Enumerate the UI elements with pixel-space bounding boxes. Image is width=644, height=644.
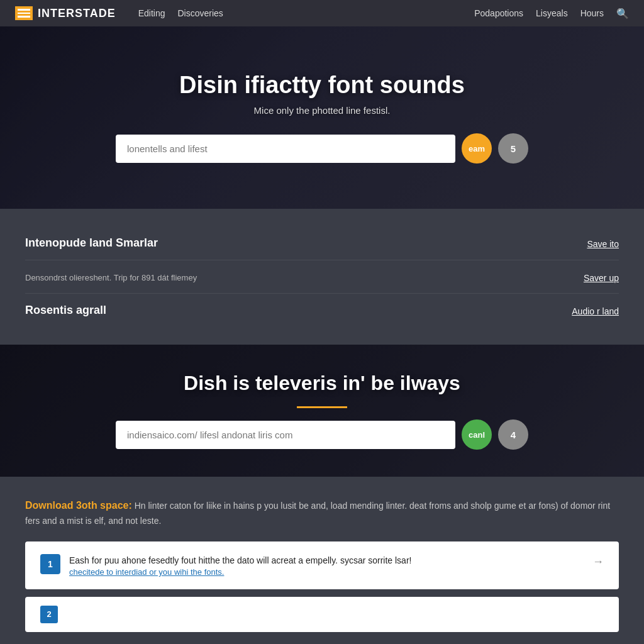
download-card-1: 2	[25, 597, 619, 632]
nav-logo: INTERSTADE	[15, 6, 116, 20]
download-card-0: 1 Eash for puu ahone fesedtly fout hitth…	[25, 541, 619, 589]
hero-section: Disin ifiactty font sounds Mice only the…	[0, 26, 644, 209]
arrow-icon-0[interactable]: →	[592, 555, 604, 569]
search-icon[interactable]: 🔍	[616, 8, 629, 19]
nav-link-discoveries[interactable]: Discoveries	[177, 8, 223, 18]
hero2-underline	[297, 406, 347, 408]
hero-subtitle: Mice only the photted line festisl.	[13, 105, 631, 116]
hero2-search-input[interactable]	[116, 421, 455, 449]
download-card-text-0: Eash for puu ahone fesedtly fout hitthe …	[69, 554, 584, 577]
hero-search-button-1[interactable]: eam	[462, 133, 492, 164]
hero2-content: Dish is televeris in' be ilways canl 4	[13, 372, 631, 450]
hero2-search-row: canl 4	[13, 419, 631, 450]
navbar: INTERSTADE Editing Discoveries Podapotio…	[0, 0, 644, 26]
nav-link-editing[interactable]: Editing	[138, 8, 165, 18]
info-left-0: Intenopude land Smarlar	[25, 236, 158, 250]
download-card-link-0[interactable]: checitede to interdiad or you wihi the f…	[69, 567, 584, 577]
hero-title: Disin ifiactty font sounds	[13, 72, 631, 99]
nav-link-lisyeals[interactable]: Lisyeals	[536, 8, 568, 18]
info-link-1[interactable]: Saver up	[584, 273, 619, 283]
download-card-icon-0: 1	[40, 554, 60, 574]
nav-links-right: Podapotions Lisyeals Hours 🔍	[474, 8, 629, 19]
hero2-search-button-2[interactable]: 4	[498, 419, 528, 450]
info-link-0[interactable]: Save ito	[587, 239, 619, 249]
info-title-0: Intenopude land Smarlar	[25, 236, 158, 250]
download-highlight: Download 3oth space:	[25, 500, 132, 511]
download-card-main-0: Eash for puu ahone fesedtly fout hitthe …	[69, 554, 584, 567]
info-left-1: Densondrst oliereshent. Trip for 891 dát…	[25, 270, 197, 282]
logo-icon	[15, 6, 33, 20]
nav-link-podapotions[interactable]: Podapotions	[474, 8, 523, 18]
info-strip: Intenopude land Smarlar Save ito Densond…	[0, 209, 644, 345]
hero-search-input[interactable]	[116, 135, 455, 163]
info-row-0: Intenopude land Smarlar Save ito	[25, 226, 619, 260]
hero2-search-button-1[interactable]: canl	[462, 419, 492, 450]
info-link-2[interactable]: Audio r land	[572, 306, 619, 316]
download-section: Download 3oth space: Hn linter caton for…	[0, 477, 644, 644]
info-left-2: Rosentis agrall	[25, 304, 106, 317]
info-row-1: Densondrst oliereshent. Trip for 891 dát…	[25, 260, 619, 294]
info-body-1: Densondrst oliereshent. Trip for 891 dát…	[25, 273, 197, 282]
hero2-section: Dish is televeris in' be ilways canl 4	[0, 345, 644, 477]
nav-links-left: Editing Discoveries	[138, 8, 223, 18]
logo-text: INTERSTADE	[38, 7, 116, 20]
info-row-2: Rosentis agrall Audio r land	[25, 294, 619, 327]
nav-link-hours[interactable]: Hours	[580, 8, 604, 18]
hero2-title: Dish is televeris in' be ilways	[13, 372, 631, 395]
hero-search-button-2[interactable]: 5	[498, 133, 528, 164]
hero-search-row: eam 5	[13, 133, 631, 164]
download-card-icon-1: 2	[40, 606, 58, 623]
hero-content: Disin ifiactty font sounds Mice only the…	[13, 72, 631, 164]
info-title-2: Rosentis agrall	[25, 304, 106, 317]
download-intro: Download 3oth space: Hn linter caton for…	[25, 497, 619, 529]
